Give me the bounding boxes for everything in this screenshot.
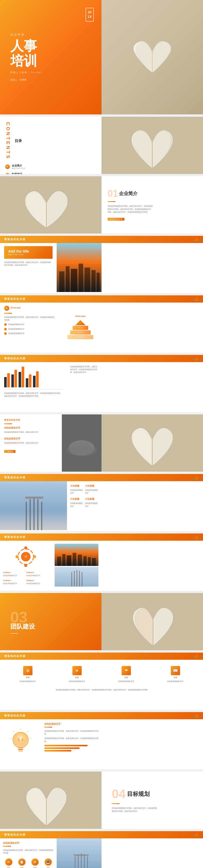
tl-text-1: 在此处添加您的文字 — [8, 323, 25, 326]
logo-icons — [194, 654, 199, 658]
company-section-left-img — [0, 176, 102, 234]
slide6-left: 在此处添加您的文字内容，此处为演示文字，在此处添加您的文字内容，此处为演示文字，… — [0, 362, 67, 411]
bar-group-1 — [4, 373, 10, 388]
svg-rect-41 — [92, 558, 96, 566]
bar-1 — [44, 745, 88, 746]
cover-book-bg — [102, 0, 203, 115]
icon-label-1: 标题 — [26, 676, 30, 679]
logo-icon-5 — [194, 297, 199, 301]
sea-body: 小头标题 在此处添加您的文字 小头标题 在此处添加您的文字 小头标题 在此处添加… — [0, 481, 203, 530]
slide-add-title: 请添加此处内容 Add the title ADD THE TITLE 在此处添… — [0, 236, 203, 293]
orange-line-5 — [4, 313, 12, 314]
light-header-title: 请添加此处内容 — [4, 714, 26, 717]
svg-rect-37 — [73, 553, 76, 566]
sea-svg2 — [55, 567, 98, 587]
light-text: 在此处添加文字 在此处添加您的文字内容，此处为演示文字，在此处添加您的文字内容 … — [41, 719, 102, 768]
section2-mini: 在此处添加文字 — [4, 426, 58, 430]
goal-big-num: 04 — [112, 788, 126, 800]
light-para: 在此处添加您的文字内容，此处为演示文字，在此处添加您的文字内容 — [44, 730, 98, 735]
slide4-text: 在此处添加您的文字内容，此处为演示文字，在此处添加您的文字内容，此处为演示文字 — [4, 261, 53, 267]
svg-line-54 — [10, 738, 11, 739]
timeline-2: 在此处添加您的文字 — [4, 328, 55, 332]
gi-icon-4: 💻 标题 — [42, 859, 54, 868]
svg-rect-6 — [59, 271, 64, 292]
team-section-right — [102, 593, 203, 650]
bulb-container — [0, 719, 41, 768]
team-title: 团队建设 — [10, 622, 91, 631]
logo-circle — [194, 535, 199, 539]
svg-rect-44 — [74, 571, 75, 587]
goal-divider — [112, 803, 120, 804]
orange-line-s2 — [4, 424, 12, 424]
hbar-1 — [44, 745, 98, 746]
goal-icons-body: 在此处添加文字 在此处添加您的文字内容，此处为演示文字，在此处添加您的文字内容 … — [0, 838, 203, 868]
svg-rect-57 — [18, 749, 23, 750]
svg-rect-20 — [30, 499, 31, 530]
slide-light: 请添加此处内容 — [0, 712, 203, 769]
ci-1: TextHere 在此处添加您的文字 — [3, 571, 25, 579]
section2-mini2: 在此处添加文字 — [4, 437, 58, 440]
pyramid-label: First text — [75, 315, 85, 317]
slide5-mini-title: First text — [11, 306, 21, 309]
slide-goal-icons: 请添加此处内容 在此处添加文字 在此处添加您的文字内容，此处为演示文字，在此处添… — [0, 831, 203, 868]
hbar-3 — [44, 750, 98, 751]
cover-desc: 职场人力发展 | TALENT — [10, 71, 91, 74]
contents-left: CONTENTS 目录 01 企业简介 ADD THE TITLE 02 制度宣… — [0, 117, 102, 174]
slide6-right-text: 在此处添加您的文字内容，此处为演示文字，在此处添加您的文字内容，此处为演示文字 — [70, 365, 98, 374]
bar-group-4 — [26, 374, 31, 388]
orange-line-gi — [3, 846, 11, 847]
bar-group-2 — [11, 370, 17, 388]
team-book — [102, 593, 203, 650]
slide-goal-section: 04 目标规划 在此处添加您的文字内容，此处为演示文字，在此处添加 您的文字内容… — [0, 772, 203, 829]
contents-item-2: 02 制度宣讲 ADD THE TITLE — [5, 173, 96, 174]
sea-bg — [0, 481, 67, 530]
slide4-header-title: 请添加此处内容 — [4, 238, 26, 241]
sea-header: 请添加此处内容 — [0, 474, 203, 481]
sea-item-3: 小头标题 在此处添加您的文字 — [70, 497, 83, 509]
bar-group-5 — [33, 371, 39, 388]
cover-year: 201X — [86, 8, 94, 22]
tl-text-2: 在此处添加您的文字 — [8, 328, 25, 331]
section2-right-img — [102, 414, 203, 472]
orange-line-light — [44, 727, 52, 727]
icon-text-2: 在此处添加您的文字 — [69, 680, 85, 683]
logo-sea — [194, 475, 199, 479]
light-header: 请添加此处内容 — [0, 712, 203, 719]
svg-rect-38 — [78, 555, 82, 566]
slide5-left: 01 First text 在此处添加您的文字内容，此处为演示文字，在此处添加您… — [0, 303, 59, 351]
slide5-header-title: 请添加此处内容 — [4, 297, 26, 301]
slide6-body: 在此处添加您的文字内容，此处为演示文字，在此处添加您的文字内容，此处为演示文字，… — [0, 362, 203, 411]
add-title-box: Add the title ADD THE TITLE — [4, 246, 53, 259]
cover-author: 演讲人：张秀秀 — [10, 79, 91, 82]
bar-chart — [4, 365, 63, 389]
slide5-items: 在此处添加您的文字 在此处添加您的文字 在此处添加您的文字 — [4, 323, 55, 336]
team-divider — [10, 633, 18, 634]
bar-2 — [44, 747, 79, 749]
contents-header: CONTENTS 目录 — [5, 122, 96, 160]
logo-icon-6 — [194, 356, 199, 361]
bulb-svg — [9, 728, 32, 759]
section2-text: 在此处添加您的文字内容，此处为演示文字 — [4, 431, 58, 433]
logo-light — [194, 714, 199, 718]
svg-point-29 — [24, 546, 27, 550]
team-section-left: 03 团队建设 — [0, 593, 102, 650]
circle-items: TextHere 在此处添加您的文字 TextHere 在此处添加您的文字 Te… — [3, 571, 48, 586]
hands-bg — [62, 414, 102, 472]
svg-line-53 — [13, 731, 14, 732]
icons-bottom-text: 在此处添加您的文字内容，此处为演示文字，在此处添加您的文字内容，此处为演示文字，… — [4, 688, 199, 691]
icon-label-2: 标题 — [75, 676, 79, 679]
circle-header-title: 请添加此处内容 — [4, 535, 26, 539]
svg-rect-66 — [87, 857, 88, 868]
tl-text-3: 在此处添加您的文字 — [8, 332, 25, 335]
svg-rect-8 — [71, 269, 77, 292]
bar-orange-1 — [7, 373, 10, 388]
goal-text: 在此处添加您的文字内容，此处为演示文字，在此处添加 您的文字内容，此处为演示文字 — [112, 807, 193, 813]
slide-chart: 请添加此处内容 — [0, 355, 203, 412]
slide-icons-row: 请添加此处内容 ⚙ 标题 在此处添加您的文字 ✈ 标题 在此处添加您的文字 ☂ … — [0, 653, 203, 710]
book-illustration — [119, 31, 186, 83]
svg-rect-10 — [84, 268, 90, 292]
circle-svg: ↺ — [13, 544, 39, 569]
slide6-header: 请添加此处内容 — [0, 355, 203, 362]
pier-svg — [0, 481, 67, 530]
slide4-body: Add the title ADD THE TITLE 在此处添加您的文字内容，… — [0, 243, 203, 292]
